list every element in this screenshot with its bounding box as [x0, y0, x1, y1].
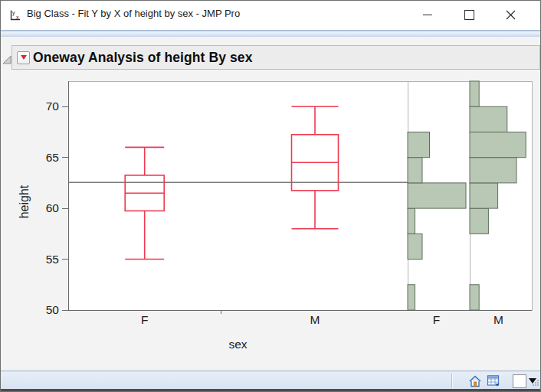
- svg-text:65: 65: [46, 151, 59, 164]
- red-triangle-icon: [21, 55, 27, 60]
- resize-grip[interactable]: [532, 379, 539, 387]
- window-title: Big Class - Fit Y by X of height by sex …: [27, 8, 240, 19]
- hist-bar-F: [408, 132, 430, 157]
- title-bar: y x Big Class - Fit Y by X of height by …: [1, 1, 540, 30]
- hist-bar-F: [408, 158, 422, 183]
- x-tick-labels: FFMM: [141, 313, 503, 326]
- svg-text:55: 55: [46, 253, 59, 266]
- red-triangle-menu-button[interactable]: [17, 51, 30, 64]
- hist-bar-M: [470, 81, 479, 106]
- statusbar-separator: [451, 374, 452, 388]
- svg-text:x: x: [16, 15, 19, 20]
- svg-text:y: y: [12, 10, 15, 16]
- svg-text:M: M: [310, 313, 320, 326]
- jmp-report-window: y x Big Class - Fit Y by X of height by …: [0, 0, 541, 392]
- status-bar: [1, 371, 540, 391]
- hist-bar-M: [470, 106, 507, 132]
- hist-bar-M: [470, 285, 479, 310]
- report-title: Oneway Analysis of height By sex: [33, 50, 253, 66]
- toolbar-strip: [1, 30, 540, 37]
- hist-bar-F: [408, 285, 415, 310]
- fit-y-by-x-icon: y x: [8, 9, 21, 22]
- data-table-icon[interactable]: [487, 374, 500, 388]
- svg-text:50: 50: [46, 303, 60, 316]
- svg-text:F: F: [433, 313, 440, 326]
- hist-bar-M: [470, 158, 516, 183]
- svg-text:60: 60: [46, 201, 60, 214]
- minimize-icon: [423, 15, 432, 15]
- hist-bar-F: [408, 208, 415, 234]
- hist-bar-F: [408, 183, 466, 208]
- home-icon[interactable]: [468, 374, 482, 388]
- hist-bar-F: [408, 234, 422, 259]
- y-tick-labels: 5055606570: [46, 100, 60, 316]
- close-icon: [506, 10, 516, 20]
- svg-text:70: 70: [46, 100, 60, 113]
- x-axis-title: sex: [228, 338, 247, 351]
- hist-bar-M: [470, 132, 526, 157]
- close-button[interactable]: [493, 1, 528, 28]
- collapse-triangle-icon[interactable]: [2, 55, 11, 64]
- maximize-icon: [464, 10, 474, 20]
- oneway-plot[interactable]: 5055606570FFMMsexheight: [1, 74, 541, 364]
- maximize-button[interactable]: [451, 1, 487, 28]
- report-header: Oneway Analysis of height By sex: [11, 45, 540, 70]
- hist-bar-M: [470, 183, 498, 208]
- svg-text:F: F: [141, 313, 148, 326]
- svg-text:M: M: [493, 313, 503, 326]
- minimize-button[interactable]: [410, 1, 445, 28]
- y-axis-title: height: [18, 185, 31, 218]
- color-swatch[interactable]: [513, 374, 526, 388]
- hist-bar-M: [470, 208, 488, 234]
